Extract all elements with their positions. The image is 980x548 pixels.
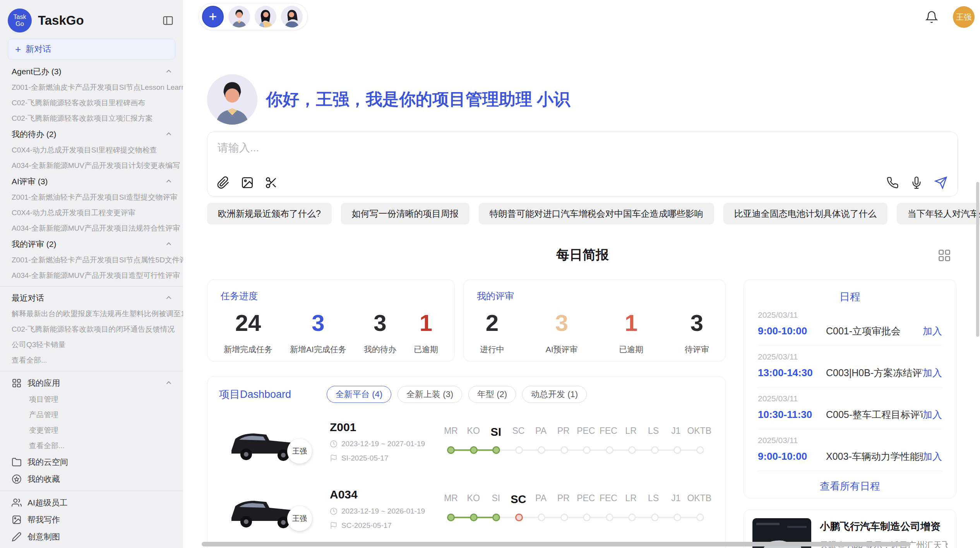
milestone-dot[interactable] bbox=[492, 514, 500, 521]
milestone-dot[interactable] bbox=[651, 514, 659, 521]
sidebar-item-ai-super-staff[interactable]: AI超级员工 bbox=[0, 494, 183, 511]
milestone-dot[interactable] bbox=[515, 446, 523, 454]
recent-chat-item[interactable]: 解释最新出台的欧盟报废车法规再生塑料比例被调至15%... bbox=[0, 306, 183, 322]
view-all-schedule-link[interactable]: 查看所有日程 bbox=[758, 480, 942, 493]
app-sublist-item[interactable]: 产品管理 bbox=[0, 407, 183, 423]
sidebar-task-item[interactable]: Z001-全新燃油轻卡产品开发项目SI节点属性5D文件评审 bbox=[0, 252, 183, 268]
new-chat-button[interactable]: + 新对话 bbox=[8, 39, 175, 60]
microphone-icon[interactable] bbox=[910, 176, 923, 189]
milestone-dot[interactable] bbox=[470, 446, 478, 454]
notification-bell-icon[interactable] bbox=[925, 10, 938, 24]
schedule-event-title: C003|H0B-方案冻结评审 bbox=[826, 366, 923, 379]
sidebar-task-item[interactable]: A034-全新新能源MUV产品开发项目造型可行性评审 bbox=[0, 268, 183, 283]
recent-chat-item[interactable]: C02-飞腾新能源轻客改款项目的闭环通告反馈情况 bbox=[0, 322, 183, 337]
suggestion-chip[interactable]: 比亚迪全固态电池计划具体说了什么 bbox=[723, 203, 887, 224]
milestone-dot[interactable] bbox=[583, 514, 591, 521]
sidebar-item-my-apps[interactable]: 我的应用 bbox=[0, 375, 183, 392]
milestone-dot[interactable] bbox=[628, 446, 636, 454]
join-link[interactable]: 加入 bbox=[923, 450, 942, 463]
sidebar-item-cloud-space[interactable]: 我的云空间 bbox=[0, 454, 183, 471]
schedule-items: 2025/03/119:00-10:00C001-立项审批会加入2025/03/… bbox=[758, 304, 942, 471]
suggestion-chip[interactable]: 如何写一份清晰的项目周报 bbox=[341, 203, 469, 224]
join-link[interactable]: 加入 bbox=[923, 366, 942, 379]
sidebar-task-item[interactable]: C02-飞腾新能源轻客改款项目立项汇报方案 bbox=[0, 111, 183, 126]
phone-call-icon[interactable] bbox=[886, 176, 899, 189]
dashboard-tab[interactable]: 全新平台 (4) bbox=[327, 386, 391, 403]
milestone-dot[interactable] bbox=[538, 446, 545, 454]
vertical-scrollbar[interactable] bbox=[976, 182, 979, 337]
milestone-dot[interactable] bbox=[606, 514, 613, 521]
sidebar-group-header[interactable]: 我的待办 (2) bbox=[0, 126, 183, 142]
suggestion-chip[interactable]: 特朗普可能对进口汽车增税会对中国车企造成哪些影响 bbox=[479, 203, 714, 224]
recent-chat-item[interactable]: 公司Q3轻卡销量 bbox=[0, 337, 183, 353]
sidebar: Task Go TaskGo + 新对话 Agent已办 (3)Z001-全新燃… bbox=[0, 0, 183, 548]
app-sublist-item[interactable]: 查看全部... bbox=[0, 438, 183, 454]
image-upload-icon[interactable] bbox=[241, 176, 254, 189]
milestone-dot-column bbox=[689, 442, 712, 458]
schedule-event-title: C005-整车工程目标评审 bbox=[826, 408, 923, 421]
milestone-dot[interactable] bbox=[560, 446, 568, 454]
dashboard-tab[interactable]: 全新上装 (3) bbox=[397, 386, 462, 403]
milestone-dot[interactable] bbox=[538, 514, 545, 521]
sidebar-group-header[interactable]: Agent已办 (3) bbox=[0, 63, 183, 80]
stat-value: 3 bbox=[555, 311, 568, 336]
sidebar-group-header[interactable]: AI评审 (3) bbox=[0, 173, 183, 190]
app-sublist-item[interactable]: 项目管理 bbox=[0, 392, 183, 407]
milestone-dot[interactable] bbox=[673, 514, 681, 521]
recent-chat-item[interactable]: 查看全部... bbox=[0, 353, 183, 368]
sidebar-task-item[interactable]: A034-全新新能源MUV产品开发项目计划变更表编写 bbox=[0, 158, 183, 173]
send-icon[interactable] bbox=[934, 176, 947, 189]
sidebar-task-item[interactable]: C02-飞腾新能源轻客改款项目里程碑画布 bbox=[0, 95, 183, 111]
milestone-dot-column bbox=[689, 510, 712, 525]
milestone-label: OKTB bbox=[687, 426, 711, 438]
milestone-dot[interactable] bbox=[628, 514, 636, 521]
sidebar-task-item[interactable]: C0X4-动力总成开发项目SI里程碑提交物检查 bbox=[0, 142, 183, 158]
milestone-dot[interactable] bbox=[515, 514, 523, 521]
stat-column: 1已逾期 bbox=[414, 311, 438, 355]
avatar-member-1[interactable] bbox=[228, 6, 250, 27]
milestone-dot[interactable] bbox=[583, 446, 591, 454]
milestone-dot[interactable] bbox=[673, 446, 681, 454]
milestone-dot-column bbox=[576, 442, 598, 458]
app-sublist-item[interactable]: 变更管理 bbox=[0, 423, 183, 438]
sidebar-task-item[interactable]: Z001-全新燃油皮卡产品开发项目SI节点Lesson Learn报告 bbox=[0, 80, 183, 95]
sidebar-task-item[interactable]: C0X4-动力总成开发项目工程变更评审 bbox=[0, 205, 183, 221]
sidebar-task-item[interactable]: A034-全新新能源MUV产品开发项目法规符合性评审 bbox=[0, 221, 183, 236]
stat-label: 待评审 bbox=[685, 344, 709, 355]
milestone-dot[interactable] bbox=[696, 446, 704, 454]
avatar-member-3[interactable] bbox=[281, 6, 303, 27]
sidebar-group-header[interactable]: 我的评审 (2) bbox=[0, 236, 183, 252]
add-member-button[interactable] bbox=[202, 6, 224, 27]
milestone-dot-column bbox=[621, 510, 644, 525]
sidebar-item-creative-drawing[interactable]: 创意制图 bbox=[0, 528, 183, 545]
my-review-card: 我的评审 2进行中3AI预评审1已逾期3待评审 bbox=[463, 279, 726, 361]
milestone-dot[interactable] bbox=[606, 446, 613, 454]
sidebar-collapse-icon[interactable] bbox=[162, 15, 174, 26]
join-link[interactable]: 加入 bbox=[923, 325, 942, 337]
briefing-layout-icon[interactable] bbox=[937, 248, 951, 262]
milestone-label: SI bbox=[485, 493, 507, 506]
milestone-dot[interactable] bbox=[651, 446, 659, 454]
suggestion-chip[interactable]: 当下年轻人对汽车外观有怎样的喜好趋势 bbox=[897, 203, 980, 224]
join-link[interactable]: 加入 bbox=[923, 408, 942, 421]
suggestion-chip[interactable]: 欧洲新规最近颁布了什么? bbox=[207, 203, 332, 224]
milestone-dot[interactable] bbox=[447, 514, 455, 521]
milestone-dot[interactable] bbox=[470, 514, 478, 521]
dashboard-tab[interactable]: 年型 (2) bbox=[468, 386, 516, 403]
horizontal-scrollbar[interactable] bbox=[202, 542, 911, 546]
milestone-dot[interactable] bbox=[447, 446, 455, 454]
clock-icon bbox=[330, 440, 338, 448]
paperclip-icon[interactable] bbox=[217, 176, 230, 189]
avatar-member-2[interactable] bbox=[255, 6, 276, 27]
user-avatar[interactable]: 王强 bbox=[953, 6, 975, 28]
sidebar-item-help-me-write[interactable]: 帮我写作 bbox=[0, 511, 183, 528]
milestone-dot[interactable] bbox=[696, 514, 704, 521]
milestone-dot[interactable] bbox=[560, 514, 568, 521]
chat-input-card[interactable]: 请输入... bbox=[207, 132, 958, 197]
sidebar-task-item[interactable]: Z001-全新燃油轻卡产品开发项目SI造型提交物评审 bbox=[0, 190, 183, 205]
sidebar-recent-header[interactable]: 最近对话 bbox=[0, 290, 183, 306]
dashboard-tab[interactable]: 动总开发 (1) bbox=[522, 386, 587, 403]
sidebar-item-favorites[interactable]: 我的收藏 bbox=[0, 471, 183, 488]
milestone-dot[interactable] bbox=[492, 446, 500, 454]
scissors-icon[interactable] bbox=[265, 176, 278, 189]
